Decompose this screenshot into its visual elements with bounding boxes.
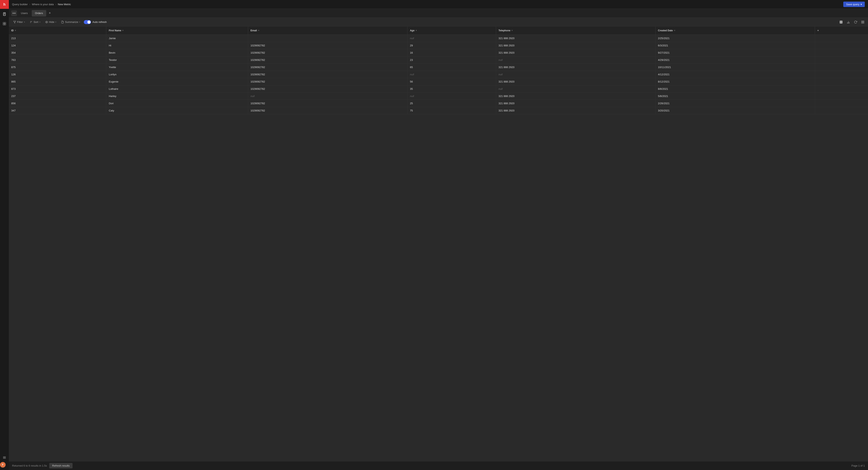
cell-telephone: 321 888 2920 [496,35,655,42]
sidebar-item-grid[interactable] [0,19,9,28]
table-row[interactable]: 237Harleynullnull321 888 29205/8/2021 [9,92,868,100]
table-row[interactable]: 856Dori102909278225321 888 29202/26/2021 [9,100,868,107]
view-table-button[interactable] [838,19,844,25]
cell-add [815,78,868,85]
view-chart-button[interactable] [845,19,851,25]
avatar[interactable]: F [0,462,6,468]
sidebar-item-document[interactable] [0,10,9,19]
tabbar: ••• Users Orders + [9,9,868,18]
table-body: 213Jamienull321 888 29202/25/2021124Hi10… [9,35,868,114]
sidebar: h F [0,0,9,470]
cell-created_date: 4/12/2021 [655,71,815,78]
table-row[interactable]: 124Hi102909278229321 888 29206/3/2021 [9,42,868,49]
table-row[interactable]: 875Yvette102909278265321 888 292010/11/2… [9,63,868,71]
tab-orders[interactable]: Orders [32,10,46,17]
cell-add [815,63,868,71]
toggle-thumb [87,21,91,24]
col-header-created-date[interactable]: Created Date ▾ [655,27,815,35]
table-row[interactable]: 873Lothaire102909278235null8/8/2021 [9,85,868,92]
svg-rect-4 [3,22,4,24]
cell-id: 763 [9,56,106,63]
sort-icon [30,21,33,24]
cell-age: 23 [407,56,496,63]
auto-refresh-label: Auto refresh [92,21,107,24]
table-row[interactable]: 354Bevin102909278216321 888 29209/27/202… [9,49,868,56]
refresh-results-button[interactable]: Refresh results [49,463,72,468]
cell-add [815,42,868,49]
table-icon [839,21,843,24]
table-row[interactable]: 865Eugenie102909278256321 888 29208/12/2… [9,78,868,85]
save-query-button[interactable]: Save query ▾ [843,2,865,7]
cell-telephone: 321 888 2920 [496,49,655,56]
svg-rect-7 [5,24,6,25]
sort-button[interactable]: Sort ▾ [28,19,42,25]
breadcrumb-query-builder[interactable]: Query builder [12,3,28,6]
svg-rect-29 [863,22,864,23]
cell-age: 65 [407,63,496,71]
cell-email: 1029092782 [248,63,407,71]
svg-rect-17 [840,21,842,23]
col-header-age[interactable]: Age ▾ [407,27,496,35]
app-logo[interactable]: h [0,0,9,9]
view-more-button[interactable] [860,19,866,25]
cell-created_date: 8/12/2021 [655,78,815,85]
cell-age: null [407,92,496,100]
filter-icon [13,21,16,24]
cell-add [815,100,868,107]
col-header-firstname[interactable]: First Name ▾ [106,27,248,35]
cell-created_date: 2/25/2021 [655,35,815,42]
cell-add [815,35,868,42]
breadcrumb-where-data[interactable]: Where is your data [32,3,54,6]
cell-age: 16 [407,49,496,56]
col-header-add[interactable]: + [815,27,868,35]
tab-more-button[interactable]: ••• [11,10,17,16]
cell-age: 75 [407,107,496,114]
cell-add [815,71,868,78]
age-sort-icon: ▾ [416,29,417,32]
cell-telephone: null [496,56,655,63]
cell-email [248,35,407,42]
cell-telephone: null [496,85,655,92]
cell-age: null [407,71,496,78]
svg-rect-27 [863,21,864,22]
hide-button[interactable]: Hide ▾ [43,19,59,25]
cell-first_name: Teodor [106,56,248,63]
col-header-id[interactable]: ID ▾ [9,27,106,35]
cell-email: 1029092782 [248,56,407,63]
filter-button[interactable]: Filter ▾ [11,19,27,25]
sidebar-item-list[interactable] [0,453,9,462]
cell-add [815,85,868,92]
tab-add-button[interactable]: + [47,10,53,16]
cell-email: 1029092782 [248,100,407,107]
cell-first_name: Dori [106,100,248,107]
tab-users[interactable]: Users [18,10,31,17]
cell-created_date: 10/11/2021 [655,63,815,71]
col-header-telephone[interactable]: Telephone ▾ [496,27,655,35]
svg-rect-6 [3,24,4,25]
cell-id: 213 [9,35,106,42]
table-row[interactable]: 126Lorilyn1029092782nullnull4/12/2021 [9,71,868,78]
cell-created_date: 4/29/2021 [655,56,815,63]
bottombar: Returned 6 to 6 results in 1.5s Refresh … [9,461,868,470]
cell-age: 29 [407,42,496,49]
cell-id: 124 [9,42,106,49]
breadcrumb: Query builder › Where is your data › New… [12,3,71,6]
more-icon [861,21,864,24]
refresh-icon [854,21,857,24]
main-content: Query builder › Where is your data › New… [9,0,868,470]
cell-id: 856 [9,100,106,107]
cell-add [815,92,868,100]
cell-created_date: 5/8/2021 [655,92,815,100]
cell-age: 25 [407,100,496,107]
table-row[interactable]: 763Teodor102909278223null4/29/2021 [9,56,868,63]
svg-rect-5 [5,22,6,24]
cell-telephone: 321 888 2920 [496,100,655,107]
cell-first_name: Lorilyn [106,71,248,78]
summarize-button[interactable]: Summarize ▾ [59,19,82,25]
col-header-email[interactable]: Email ▾ [248,27,407,35]
table-row[interactable]: 213Jamienull321 888 29202/25/2021 [9,35,868,42]
table-row[interactable]: 347Caty102909278275321 888 29203/20/2021 [9,107,868,114]
chart-icon [847,21,850,24]
view-refresh-button[interactable] [853,19,858,25]
auto-refresh-toggle[interactable] [84,20,91,24]
